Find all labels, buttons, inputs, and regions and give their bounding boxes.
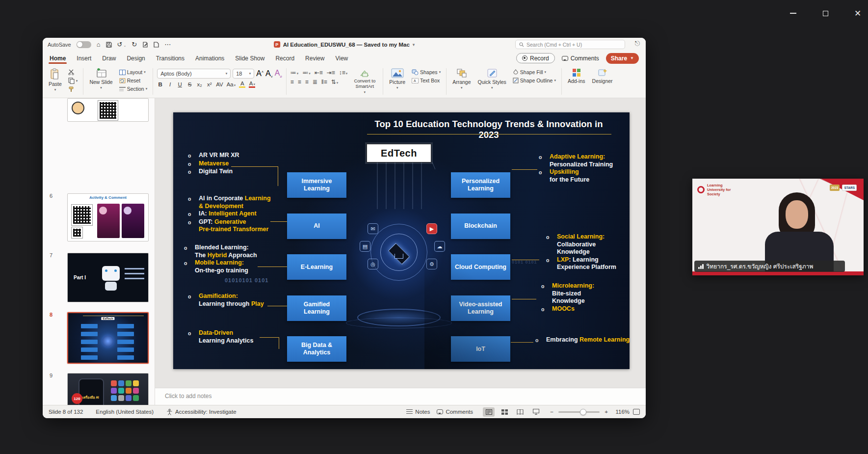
tab-view[interactable]: View <box>335 51 348 65</box>
restore-icon[interactable] <box>819 7 832 20</box>
normal-view-button[interactable] <box>483 407 495 417</box>
share-button[interactable]: Share▼ <box>606 53 639 64</box>
fit-slide-to-window-button[interactable] <box>633 409 640 415</box>
cut-button[interactable] <box>67 69 79 76</box>
notes-pane[interactable]: Click to add notes <box>155 388 646 405</box>
home-icon[interactable]: ⌂ <box>97 41 101 48</box>
text-direction-icon[interactable]: ⇅▾ <box>331 79 339 85</box>
format-painter-button[interactable] <box>67 86 79 93</box>
decrease-indent-icon[interactable]: ⇤≡ <box>315 69 323 76</box>
comments-button[interactable]: Comments <box>562 55 599 62</box>
more-commands-icon[interactable]: ⋯ <box>164 41 171 48</box>
strikethrough-button[interactable]: S <box>186 81 193 87</box>
reset-button[interactable]: Reset <box>118 77 149 84</box>
thumbnail-frame[interactable]: Part I <box>67 253 149 302</box>
slide-box[interactable]: Personalized Learning <box>451 172 510 198</box>
bullets-button[interactable]: ≔▾ <box>290 69 299 76</box>
new-slide-button[interactable]: New Slide▾ <box>87 67 114 91</box>
align-left-icon[interactable]: ≡ <box>290 79 294 85</box>
thumbnail-frame[interactable]: Activity & Comment <box>67 193 149 241</box>
change-case-icon[interactable]: Aa▾ <box>227 81 236 87</box>
clear-formatting-icon[interactable]: A⌀ <box>275 69 282 79</box>
quick-styles-button[interactable]: Quick Styles▾ <box>476 67 508 91</box>
bold-button[interactable]: B <box>157 81 163 87</box>
slideshow-view-button[interactable] <box>530 407 542 417</box>
slide-box[interactable]: Immersive Learning <box>287 172 346 198</box>
save-as-icon[interactable] <box>142 42 148 48</box>
tab-insert[interactable]: Insert <box>77 51 91 65</box>
thumbnail-frame-selected[interactable]: EdTech <box>67 312 149 364</box>
zoom-out-button[interactable]: − <box>549 409 555 415</box>
shapes-button[interactable]: Shapes▾ <box>410 69 442 76</box>
tab-animations[interactable]: Animations <box>195 51 224 65</box>
columns-icon[interactable]: ‖≡ <box>321 79 327 85</box>
arrange-button[interactable]: Arrange▾ <box>450 67 473 91</box>
convert-to-smartart-button[interactable]: Convert to SmartArt▾ <box>350 67 379 94</box>
layout-button[interactable]: Layout▾ <box>118 69 149 76</box>
paste-button[interactable]: Paste▾ <box>47 67 64 93</box>
close-icon[interactable]: ✕ <box>851 7 864 20</box>
zoom-slider[interactable] <box>558 411 600 413</box>
undo-icon[interactable]: ↺ ⌄ <box>117 41 127 48</box>
slide-sorter-view-button[interactable] <box>499 407 510 417</box>
justify-icon[interactable]: ≣ <box>313 79 317 85</box>
superscript-button[interactable]: x² <box>206 81 212 87</box>
reading-view-button[interactable] <box>514 407 526 417</box>
comments-toggle[interactable]: Comments <box>437 409 473 415</box>
slide-box[interactable]: Blockchain <box>451 214 510 239</box>
tab-review[interactable]: Review <box>305 51 324 65</box>
text-box-button[interactable]: A Text Box <box>410 77 442 84</box>
tab-home[interactable]: Home <box>50 51 66 65</box>
slide-canvas[interactable]: Top 10 Education Technology Trends & Inn… <box>173 112 630 369</box>
notes-toggle[interactable]: Notes <box>406 409 430 415</box>
tab-design[interactable]: Design <box>127 51 145 65</box>
tab-slide-show[interactable]: Slide Show <box>235 51 264 65</box>
underline-button[interactable]: U <box>177 81 183 87</box>
italic-button[interactable]: I <box>167 81 173 87</box>
language-selector[interactable]: English (United States) <box>96 409 154 415</box>
new-document-icon[interactable] <box>154 42 159 48</box>
thumbnail-frame[interactable]: 120 เครื่องมือ AI <box>67 373 149 405</box>
minimize-icon[interactable] <box>787 7 799 20</box>
shape-outline-button[interactable]: Shape Outline▾ <box>511 77 557 84</box>
designer-button[interactable]: Designer <box>590 67 615 85</box>
autosave-toggle[interactable] <box>77 41 91 48</box>
thumbnail-frame[interactable] <box>67 98 149 122</box>
line-spacing-icon[interactable]: ↕≡▾ <box>339 69 348 76</box>
redo-icon[interactable]: ↻ <box>132 41 137 48</box>
slide-box[interactable]: IoT <box>451 336 510 362</box>
increase-indent-icon[interactable]: ⇥≡ <box>327 69 335 76</box>
shape-fill-button[interactable]: Shape Fill▾ <box>511 69 557 76</box>
picture-button[interactable]: Picture▾ <box>387 67 407 91</box>
align-right-icon[interactable]: ≡ <box>305 79 309 85</box>
slide-box[interactable]: Video-assisted Learning <box>451 295 510 321</box>
slide-box[interactable]: Big Data & Analytics <box>287 336 346 362</box>
search-input[interactable]: Search (Cmd + Ctrl + U) <box>515 40 625 49</box>
save-icon[interactable] <box>106 42 112 48</box>
numbering-button[interactable]: ≕▾ <box>302 69 311 76</box>
tab-transitions[interactable]: Transitions <box>156 51 184 65</box>
zoom-slider-knob[interactable] <box>580 409 586 415</box>
zoom-in-button[interactable]: + <box>603 409 609 415</box>
slide-box[interactable]: Gamified Learning <box>287 295 346 321</box>
align-center-icon[interactable]: ≡ <box>298 79 301 85</box>
slide-box[interactable]: E-Learning <box>287 254 346 280</box>
font-size-select[interactable]: 18▾ <box>233 69 254 79</box>
slide-counter[interactable]: Slide 8 of 132 <box>49 409 83 415</box>
tab-record[interactable]: Record <box>275 51 294 65</box>
slide-box[interactable]: Cloud Computing <box>451 254 510 280</box>
font-color-icon[interactable]: A▾ <box>249 80 255 88</box>
section-button[interactable]: Section▾ <box>118 85 149 92</box>
font-name-select[interactable]: Aptos (Body)▾ <box>157 69 231 79</box>
increase-font-icon[interactable]: A˄ <box>256 69 263 78</box>
tab-draw[interactable]: Draw <box>102 51 116 65</box>
zoom-percentage[interactable]: 116% <box>613 409 630 415</box>
subscript-button[interactable]: x₂ <box>196 81 203 87</box>
addins-button[interactable]: Add-ins <box>566 67 587 85</box>
text-highlight-icon[interactable]: A <box>239 80 245 88</box>
slide-box[interactable]: AI <box>287 214 346 239</box>
record-button[interactable]: Record <box>516 53 555 63</box>
character-spacing-icon[interactable]: A︎V <box>216 81 223 87</box>
copy-button[interactable]: ▾ <box>67 77 79 84</box>
presenter-icon[interactable]: ⎋ <box>635 40 640 48</box>
